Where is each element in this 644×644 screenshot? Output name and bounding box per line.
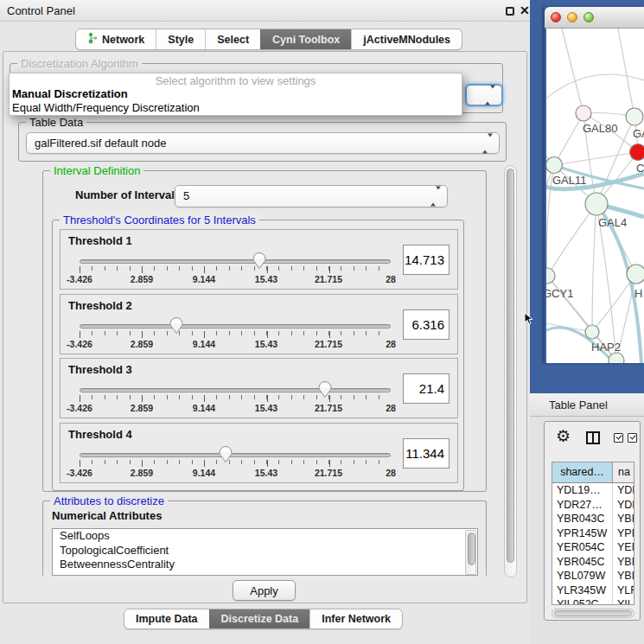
table-data-label: Table Data [26, 116, 86, 129]
number-of-intervals-combobox[interactable]: 5 [175, 185, 448, 207]
tab-discretize-data[interactable]: Discretize Data [209, 609, 310, 628]
cell-name[interactable]: YER0 [613, 540, 634, 555]
checkbox-icon[interactable] [614, 433, 623, 443]
table-hscrollbar-thumb[interactable] [554, 610, 632, 616]
cell-shared-name[interactable]: YDR27… [552, 498, 613, 513]
close-traffic-light[interactable] [551, 12, 561, 22]
minimize-traffic-light[interactable] [567, 12, 577, 22]
cell-name[interactable]: YLR3 [613, 583, 634, 598]
table-row[interactable]: YBR045CYBR0 [552, 555, 634, 570]
threshold-label: Threshold 4 [68, 428, 132, 441]
settings-scrollbar-thumb[interactable] [507, 169, 514, 563]
cell-shared-name[interactable]: YER054C [552, 540, 613, 555]
table-data-combobox[interactable]: galFiltered.sif default node [26, 132, 500, 154]
numerical-attributes-list[interactable]: SelfLoopsTopologicalCoefficientBetweenne… [52, 528, 478, 576]
attribute-item-topologicalcoefficient[interactable]: TopologicalCoefficient [53, 544, 477, 558]
scale-label: 2.859 [131, 339, 153, 349]
attribute-item-betweennesscentrality[interactable]: BetweennessCentrality [53, 558, 477, 572]
network-node-partial[interactable] [609, 353, 624, 363]
list-scrollbar[interactable] [465, 530, 476, 575]
algorithm-combobox[interactable] [465, 84, 503, 106]
cell-name[interactable]: YPR1 [613, 526, 634, 541]
close-icon[interactable]: ✕ [520, 3, 530, 19]
network-node-GCY1[interactable] [546, 268, 555, 284]
table-row[interactable]: YBL079WYBL0 [552, 569, 634, 583]
network-edge [554, 152, 638, 165]
scale-labels: -3.4262.8599.14415.4321.71528 [80, 403, 391, 413]
gear-icon[interactable]: ⚙ [556, 426, 571, 445]
table-row[interactable]: YPR145WYPR1 [552, 526, 634, 541]
threshold-value-field[interactable]: 21.4 [403, 373, 450, 404]
attributes-group: Attributes to discretize Numerical Attri… [42, 501, 487, 576]
network-node-GAL80[interactable] [576, 105, 591, 121]
node-table: shared… na YDL19…YDL1YDR27…YDR2YBR043CYB… [552, 462, 634, 605]
table-row[interactable]: YIL052CYIL0 [552, 597, 634, 604]
scale-label: -3.426 [67, 403, 92, 413]
node-label: HAP2 [591, 341, 621, 354]
cell-shared-name[interactable]: YBR045C [552, 555, 613, 570]
cell-name[interactable]: YIL0 [613, 597, 634, 604]
threshold-panel-2: Threshold 2-3.4262.8599.14415.4321.71528… [60, 294, 458, 354]
column-header-name[interactable]: na [613, 462, 634, 482]
slider-track[interactable] [80, 324, 391, 328]
dropdown-option-equal-width-frequency[interactable]: Equal Width/Frequency Discretization [10, 101, 462, 115]
table-row[interactable]: YER054CYER0 [552, 540, 634, 555]
list-scrollbar-thumb[interactable] [468, 532, 475, 565]
settings-scrollbar[interactable] [504, 165, 517, 577]
tab-infer-network[interactable]: Infer Network [309, 609, 402, 628]
threshold-value-field[interactable]: 11.344 [403, 438, 450, 469]
table-row[interactable]: YLR345WYLR3 [552, 583, 634, 598]
cell-name[interactable]: YBL0 [613, 569, 634, 583]
threshold-label: Threshold 1 [68, 234, 132, 247]
tab-label: jActiveMNodules [363, 34, 450, 46]
table-row[interactable]: YBR043CYBR0 [552, 512, 634, 526]
cell-shared-name[interactable]: YDL19… [552, 483, 613, 498]
threshold-value-field[interactable]: 6.316 [403, 309, 450, 340]
mouse-cursor [524, 312, 534, 326]
scale-label: 9.144 [193, 274, 215, 284]
dropdown-option-manual-discretization[interactable]: Manual Discretization [10, 87, 462, 101]
tab-network[interactable]: Network [76, 29, 156, 49]
tab-cyni-toolbox[interactable]: Cyni Toolbox [260, 29, 351, 49]
network-node-C[interactable] [630, 144, 644, 161]
threshold-value-field[interactable]: 14.713 [403, 245, 450, 275]
table-hscrollbar[interactable] [552, 609, 634, 618]
bottom-tab-bar: Impute DataDiscretize DataInfer Network [124, 609, 403, 629]
slider-track[interactable] [80, 259, 391, 264]
network-window-titlebar[interactable] [545, 7, 644, 29]
network-canvas[interactable]: GAL80GACGAL11GAL4GCY1HHAP2 [546, 29, 644, 363]
tab-jactivemnodules[interactable]: jActiveMNodules [351, 29, 462, 49]
slider-track[interactable] [80, 388, 391, 392]
control-panel: Control Panel ✕ NetworkStyleSelectCyni T… [0, 0, 530, 644]
cell-shared-name[interactable]: YBL079W [552, 569, 613, 583]
cell-name[interactable]: YDL1 [613, 483, 634, 498]
column-header-shared-name[interactable]: shared… [552, 462, 613, 482]
checkbox-icon[interactable] [628, 433, 637, 443]
threshold-label: Threshold 3 [68, 363, 132, 376]
tab-select[interactable]: Select [205, 29, 260, 49]
network-node-HAP2[interactable] [585, 325, 599, 339]
network-node-GAL11[interactable] [546, 157, 563, 174]
major-tick-marks [80, 395, 392, 402]
cell-shared-name[interactable]: YLR345W [552, 583, 613, 598]
attribute-item-selfloops[interactable]: SelfLoops [53, 529, 477, 544]
cell-shared-name[interactable]: YIL052C [552, 597, 613, 604]
cell-name[interactable]: YBR0 [613, 512, 634, 526]
zoom-traffic-light[interactable] [583, 12, 594, 22]
network-node-GA[interactable] [626, 108, 643, 125]
slider-track[interactable] [80, 453, 391, 457]
float-window-icon[interactable] [506, 7, 514, 16]
cell-name[interactable]: YBR0 [613, 555, 634, 570]
network-node-GAL4[interactable] [585, 193, 608, 215]
tab-impute-data[interactable]: Impute Data [124, 609, 209, 628]
cell-name[interactable]: YDR2 [613, 498, 634, 513]
apply-button[interactable]: Apply [233, 580, 296, 601]
columns-icon[interactable] [586, 431, 600, 444]
tab-style[interactable]: Style [156, 29, 205, 49]
scale-label: 28 [386, 339, 396, 349]
table-row[interactable]: YDR27…YDR2 [552, 498, 634, 513]
table-row[interactable]: YDL19…YDL1 [552, 483, 634, 498]
network-node-H[interactable] [627, 265, 644, 284]
cell-shared-name[interactable]: YBR043C [552, 512, 613, 526]
cell-shared-name[interactable]: YPR145W [552, 526, 613, 541]
